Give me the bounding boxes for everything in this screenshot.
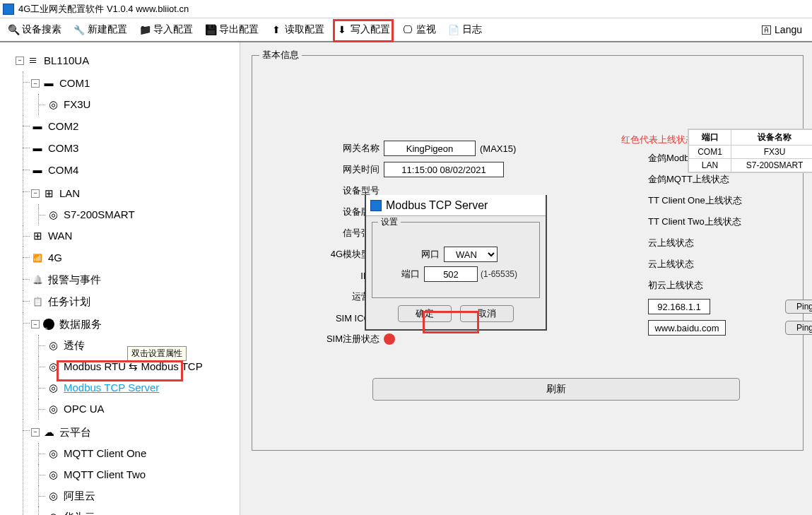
target-icon xyxy=(47,511,59,516)
tree-fx3u[interactable]: FX3U xyxy=(47,94,90,115)
read-config-button[interactable]: 读取配置 xyxy=(266,22,329,37)
write-config-button[interactable]: 写入配置 xyxy=(331,22,394,37)
target-icon xyxy=(47,208,59,221)
app-icon xyxy=(370,200,382,211)
log-button[interactable]: 日志 xyxy=(443,22,486,37)
label-netport: 网口 xyxy=(414,248,440,261)
database-icon xyxy=(42,318,55,331)
modbus-tcp-dialog: Modbus TCP Server 设置 网口 WAN 端口 (1-65535)… xyxy=(365,195,547,331)
tree-com1[interactable]: −COM1 xyxy=(31,73,90,94)
tree-huawei[interactable]: 华为云 xyxy=(47,507,95,516)
monitor-icon xyxy=(401,23,414,36)
table-row[interactable]: COM1FX3U xyxy=(689,146,813,159)
tree-cloud[interactable]: −云平台 xyxy=(31,422,91,443)
label-gw-time: 网关时间 xyxy=(264,163,384,176)
search-button[interactable]: 设备搜素 xyxy=(3,22,66,37)
clipboard-icon xyxy=(31,295,44,308)
status-label: TT Client Two上线状态 xyxy=(648,215,741,228)
bell-icon xyxy=(31,273,44,286)
signal-icon xyxy=(31,251,44,264)
target-icon xyxy=(47,490,59,502)
tree-com3[interactable]: COM3 xyxy=(31,138,78,159)
dialog-legend: 设置 xyxy=(378,216,401,228)
gw-name-input[interactable] xyxy=(384,141,476,156)
export-config-button[interactable]: 导出配置 xyxy=(200,22,263,37)
app-icon xyxy=(3,4,14,15)
dialog-title: Modbus TCP Server xyxy=(386,199,488,212)
gw-time-input xyxy=(384,162,504,177)
app-title: 4G工业网关配置软件 V1.0.4 www.bliiot.cn xyxy=(18,3,189,16)
ping-domain-button[interactable]: Ping xyxy=(785,321,812,335)
tree-com2[interactable]: COM2 xyxy=(31,116,78,137)
status-label: 初云上线状态 xyxy=(648,279,703,292)
tree-task[interactable]: 任务计划 xyxy=(31,291,90,312)
upload-icon xyxy=(270,23,283,36)
dialog-titlebar[interactable]: Modbus TCP Server xyxy=(366,195,546,216)
device-tree: −BL110UA −COM1 FX3U COM2 COM3 COM4 −LAN … xyxy=(0,42,240,515)
netport-select[interactable]: WAN xyxy=(444,247,498,262)
target-icon xyxy=(47,381,59,394)
target-icon xyxy=(47,360,59,373)
tree-lan[interactable]: −LAN xyxy=(31,183,80,204)
ping-ip-input[interactable] xyxy=(648,299,710,314)
tree-opcua[interactable]: OPC UA xyxy=(47,398,105,420)
tree-alarm[interactable]: 报警与事件 xyxy=(31,269,101,290)
wan-icon xyxy=(31,230,44,242)
tree-passthrough[interactable]: 透传 xyxy=(47,335,85,356)
port-icon xyxy=(31,142,44,155)
new-config-button[interactable]: 新建配置 xyxy=(69,22,131,37)
status-label: 金鸽MQTT上线状态 xyxy=(648,173,729,186)
language-icon xyxy=(760,23,772,36)
port-icon xyxy=(31,120,44,133)
lan-icon xyxy=(42,187,55,200)
refresh-button[interactable]: 刷新 xyxy=(372,378,740,401)
tree-root[interactable]: −BL110UA xyxy=(16,50,89,71)
th-name: 设备名称 xyxy=(731,130,812,146)
target-icon xyxy=(47,447,59,460)
search-icon xyxy=(7,23,20,36)
new-icon xyxy=(73,23,86,36)
ping-domain-input[interactable] xyxy=(648,320,726,336)
table-row[interactable]: LANS7-200SMART xyxy=(689,159,813,172)
device-icon xyxy=(27,54,40,67)
target-icon xyxy=(47,403,59,415)
tree-dataservice[interactable]: −数据服务 xyxy=(31,314,102,335)
tree-mqtt1[interactable]: MQTT Client One xyxy=(47,443,146,464)
port-icon xyxy=(31,164,44,177)
toolbar: 设备搜素 新建配置 导入配置 导出配置 读取配置 写入配置 监视 日志 Lang… xyxy=(0,18,812,42)
monitor-button[interactable]: 监视 xyxy=(397,22,440,37)
ok-button[interactable]: 确定 xyxy=(398,305,452,322)
device-table: 端口设备名称 COM1FX3U LANS7-200SMART xyxy=(688,129,812,173)
tree-s7[interactable]: S7-200SMART xyxy=(47,204,135,225)
status-column: 金鸽Modbus上线状态 金鸽MQTT上线状态 TT Client One上线状… xyxy=(648,148,812,338)
language-button[interactable]: Langu xyxy=(755,22,806,37)
tree-tooltip: 双击设置属性 xyxy=(127,346,187,361)
folder-icon xyxy=(139,23,151,36)
target-icon xyxy=(47,339,59,352)
target-icon xyxy=(47,468,59,481)
sim-status-dot xyxy=(384,333,395,345)
tree-mqtt2[interactable]: MQTT Client Two xyxy=(47,464,146,485)
log-icon xyxy=(447,23,460,36)
port-input[interactable] xyxy=(424,266,478,282)
label-gw-name: 网关名称 xyxy=(264,142,384,155)
gw-name-max: (MAX15) xyxy=(480,143,516,154)
status-label: TT Client One上线状态 xyxy=(648,194,742,207)
target-icon xyxy=(47,98,59,111)
download-icon xyxy=(336,23,348,36)
fieldset-legend: 基本信息 xyxy=(259,49,302,61)
tree-wan[interactable]: WAN xyxy=(31,225,72,247)
import-config-button[interactable]: 导入配置 xyxy=(134,22,197,37)
cancel-button[interactable]: 取消 xyxy=(460,305,514,322)
cloud-icon xyxy=(42,426,55,439)
tree-ali[interactable]: 阿里云 xyxy=(47,485,95,507)
tree-modbustcp[interactable]: Modbus TCP Server xyxy=(47,377,159,398)
tree-com4[interactable]: COM4 xyxy=(31,160,78,181)
save-icon xyxy=(204,23,217,36)
titlebar: 4G工业网关配置软件 V1.0.4 www.bliiot.cn xyxy=(0,0,812,18)
status-label: 云上线状态 xyxy=(648,258,694,271)
status-label: 云上线状态 xyxy=(648,237,694,249)
ping-ip-button[interactable]: Ping xyxy=(785,300,812,314)
tree-4g[interactable]: 4G xyxy=(31,247,62,268)
label-simreg: SIM注册状态 xyxy=(264,333,384,345)
